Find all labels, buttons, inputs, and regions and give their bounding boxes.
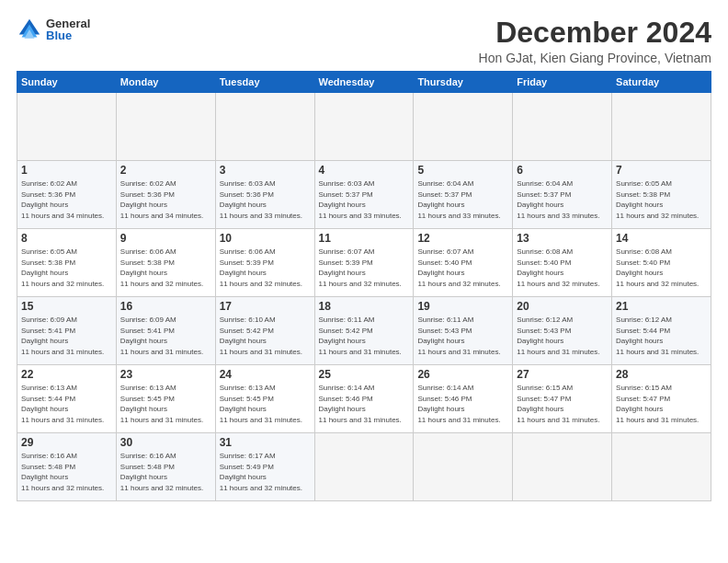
calendar-cell: [414, 433, 513, 501]
col-saturday: Saturday: [612, 72, 711, 93]
subtitle: Hon GJat, Kien Giang Province, Vietnam: [479, 51, 711, 65]
calendar-cell: 8 Sunrise: 6:05 AMSunset: 5:38 PMDayligh…: [17, 229, 117, 297]
calendar-week-3: 8 Sunrise: 6:05 AMSunset: 5:38 PMDayligh…: [17, 229, 711, 297]
calendar-cell: 10 Sunrise: 6:06 AMSunset: 5:39 PMDaylig…: [215, 229, 314, 297]
calendar-cell: 28 Sunrise: 6:15 AMSunset: 5:47 PMDaylig…: [612, 365, 711, 433]
day-info: Sunrise: 6:04 AMSunset: 5:37 PMDaylight …: [517, 179, 599, 220]
day-info: Sunrise: 6:06 AMSunset: 5:39 PMDaylight …: [220, 247, 302, 288]
calendar-cell: [314, 433, 414, 501]
day-number: 24: [220, 368, 311, 381]
calendar-cell: [612, 433, 711, 501]
calendar-cell: 1 Sunrise: 6:02 AMSunset: 5:36 PMDayligh…: [17, 161, 117, 229]
day-info: Sunrise: 6:12 AMSunset: 5:43 PMDaylight …: [517, 316, 599, 356]
calendar-cell: [612, 93, 711, 161]
calendar-cell: 16 Sunrise: 6:09 AMSunset: 5:41 PMDaylig…: [116, 297, 215, 365]
calendar-week-2: 1 Sunrise: 6:02 AMSunset: 5:36 PMDayligh…: [17, 161, 711, 229]
calendar-cell: 12 Sunrise: 6:07 AMSunset: 5:40 PMDaylig…: [414, 229, 513, 297]
title-area: December 2024 Hon GJat, Kien Giang Provi…: [479, 17, 711, 65]
day-number: 8: [21, 232, 112, 245]
calendar-cell: 15 Sunrise: 6:09 AMSunset: 5:41 PMDaylig…: [17, 297, 117, 365]
day-number: 6: [517, 164, 608, 177]
calendar-cell: 21 Sunrise: 6:12 AMSunset: 5:44 PMDaylig…: [612, 297, 711, 365]
calendar-week-6: 29 Sunrise: 6:16 AMSunset: 5:48 PMDaylig…: [17, 433, 711, 501]
logo-text: General Blue: [46, 17, 90, 41]
calendar-cell: [513, 433, 612, 501]
day-info: Sunrise: 6:02 AMSunset: 5:36 PMDaylight …: [21, 179, 104, 220]
logo: General Blue: [17, 17, 90, 42]
day-number: 31: [220, 436, 311, 449]
calendar-cell: [414, 93, 513, 161]
col-wednesday: Wednesday: [314, 72, 414, 93]
day-number: 12: [417, 232, 508, 245]
day-number: 27: [517, 368, 608, 381]
day-info: Sunrise: 6:17 AMSunset: 5:49 PMDaylight …: [220, 452, 302, 492]
day-number: 25: [319, 368, 410, 381]
day-info: Sunrise: 6:15 AMSunset: 5:47 PMDaylight …: [616, 384, 699, 424]
calendar-cell: 14 Sunrise: 6:08 AMSunset: 5:40 PMDaylig…: [612, 229, 711, 297]
day-number: 28: [616, 368, 707, 381]
day-number: 10: [220, 232, 311, 245]
calendar-table: Sunday Monday Tuesday Wednesday Thursday…: [17, 71, 711, 501]
day-number: 30: [120, 436, 211, 449]
col-friday: Friday: [513, 72, 612, 93]
calendar-cell: 30 Sunrise: 6:16 AMSunset: 5:48 PMDaylig…: [116, 433, 215, 501]
day-info: Sunrise: 6:03 AMSunset: 5:36 PMDaylight …: [220, 179, 302, 220]
day-info: Sunrise: 6:13 AMSunset: 5:45 PMDaylight …: [120, 384, 203, 424]
day-number: 15: [21, 300, 112, 313]
calendar-cell: 6 Sunrise: 6:04 AMSunset: 5:37 PMDayligh…: [513, 161, 612, 229]
calendar-cell: 4 Sunrise: 6:03 AMSunset: 5:37 PMDayligh…: [314, 161, 414, 229]
day-info: Sunrise: 6:11 AMSunset: 5:42 PMDaylight …: [319, 316, 402, 356]
day-number: 16: [120, 300, 211, 313]
day-number: 23: [120, 368, 211, 381]
day-info: Sunrise: 6:05 AMSunset: 5:38 PMDaylight …: [21, 247, 104, 288]
col-monday: Monday: [116, 72, 215, 93]
day-number: 14: [616, 232, 707, 245]
day-number: 21: [616, 300, 707, 313]
page: General Blue December 2024 Hon GJat, Kie…: [0, 0, 728, 563]
day-info: Sunrise: 6:08 AMSunset: 5:40 PMDaylight …: [517, 247, 599, 288]
day-number: 1: [21, 164, 112, 177]
calendar-cell: 19 Sunrise: 6:11 AMSunset: 5:43 PMDaylig…: [414, 297, 513, 365]
logo-icon: [17, 17, 42, 42]
calendar-cell: 20 Sunrise: 6:12 AMSunset: 5:43 PMDaylig…: [513, 297, 612, 365]
day-info: Sunrise: 6:09 AMSunset: 5:41 PMDaylight …: [120, 316, 203, 356]
calendar-cell: 31 Sunrise: 6:17 AMSunset: 5:49 PMDaylig…: [215, 433, 314, 501]
day-number: 4: [319, 164, 410, 177]
day-number: 5: [417, 164, 508, 177]
day-info: Sunrise: 6:13 AMSunset: 5:45 PMDaylight …: [220, 384, 302, 424]
day-info: Sunrise: 6:05 AMSunset: 5:38 PMDaylight …: [616, 179, 699, 220]
day-info: Sunrise: 6:09 AMSunset: 5:41 PMDaylight …: [21, 316, 104, 356]
day-info: Sunrise: 6:08 AMSunset: 5:40 PMDaylight …: [616, 247, 699, 288]
day-info: Sunrise: 6:06 AMSunset: 5:38 PMDaylight …: [120, 247, 203, 288]
day-info: Sunrise: 6:12 AMSunset: 5:44 PMDaylight …: [616, 316, 699, 356]
day-info: Sunrise: 6:11 AMSunset: 5:43 PMDaylight …: [417, 316, 500, 356]
day-info: Sunrise: 6:16 AMSunset: 5:48 PMDaylight …: [120, 452, 203, 492]
calendar-cell: 18 Sunrise: 6:11 AMSunset: 5:42 PMDaylig…: [314, 297, 414, 365]
header-row: Sunday Monday Tuesday Wednesday Thursday…: [17, 72, 711, 93]
calendar-cell: [314, 93, 414, 161]
day-number: 3: [220, 164, 311, 177]
day-info: Sunrise: 6:14 AMSunset: 5:46 PMDaylight …: [417, 384, 500, 424]
header: General Blue December 2024 Hon GJat, Kie…: [17, 17, 711, 65]
day-info: Sunrise: 6:15 AMSunset: 5:47 PMDaylight …: [517, 384, 599, 424]
day-number: 18: [319, 300, 410, 313]
day-info: Sunrise: 6:02 AMSunset: 5:36 PMDaylight …: [120, 179, 203, 220]
day-info: Sunrise: 6:04 AMSunset: 5:37 PMDaylight …: [417, 179, 500, 220]
main-title: December 2024: [479, 17, 711, 49]
day-number: 20: [517, 300, 608, 313]
day-info: Sunrise: 6:14 AMSunset: 5:46 PMDaylight …: [319, 384, 402, 424]
calendar-cell: 26 Sunrise: 6:14 AMSunset: 5:46 PMDaylig…: [414, 365, 513, 433]
day-info: Sunrise: 6:07 AMSunset: 5:40 PMDaylight …: [417, 247, 500, 288]
day-number: 29: [21, 436, 112, 449]
calendar-cell: [17, 93, 117, 161]
calendar-cell: 7 Sunrise: 6:05 AMSunset: 5:38 PMDayligh…: [612, 161, 711, 229]
day-number: 11: [319, 232, 410, 245]
day-info: Sunrise: 6:03 AMSunset: 5:37 PMDaylight …: [319, 179, 402, 220]
calendar-cell: 2 Sunrise: 6:02 AMSunset: 5:36 PMDayligh…: [116, 161, 215, 229]
col-sunday: Sunday: [17, 72, 117, 93]
col-tuesday: Tuesday: [215, 72, 314, 93]
calendar-cell: 3 Sunrise: 6:03 AMSunset: 5:36 PMDayligh…: [215, 161, 314, 229]
day-info: Sunrise: 6:13 AMSunset: 5:44 PMDaylight …: [21, 384, 104, 424]
day-number: 13: [517, 232, 608, 245]
calendar-cell: 24 Sunrise: 6:13 AMSunset: 5:45 PMDaylig…: [215, 365, 314, 433]
